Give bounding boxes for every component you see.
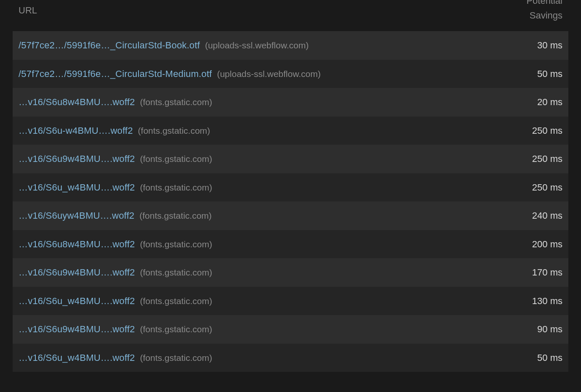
url-cell: …v16/S6u_w4BMU….woff2 (fonts.gstatic.com… xyxy=(19,182,212,193)
url-path-link[interactable]: …v16/S6u8w4BMU….woff2 xyxy=(19,97,135,108)
savings-value: 20 ms xyxy=(537,97,562,108)
url-cell: /57f7ce2…/5991f6e…_CircularStd-Medium.ot… xyxy=(19,69,321,79)
savings-value: 50 ms xyxy=(537,69,562,79)
table-row[interactable]: /57f7ce2…/5991f6e…_CircularStd-Book.otf … xyxy=(13,31,568,60)
savings-value: 130 ms xyxy=(532,296,562,307)
url-path-link[interactable]: …v16/S6uyw4BMU….woff2 xyxy=(19,210,134,221)
url-host-label: (fonts.gstatic.com) xyxy=(140,154,212,164)
url-cell: …v16/S6u8w4BMU….woff2 (fonts.gstatic.com… xyxy=(19,239,212,250)
url-path-link[interactable]: …v16/S6u9w4BMU….woff2 xyxy=(19,154,135,164)
url-path-link[interactable]: …v16/S6u_w4BMU….woff2 xyxy=(19,182,135,193)
url-path-link[interactable]: …v16/S6u_w4BMU….woff2 xyxy=(19,296,135,307)
table-row[interactable]: …v16/S6uyw4BMU….woff2 (fonts.gstatic.com… xyxy=(13,201,568,230)
url-host-label: (fonts.gstatic.com) xyxy=(140,296,212,306)
url-cell: …v16/S6u_w4BMU….woff2 (fonts.gstatic.com… xyxy=(19,296,212,307)
column-header-savings[interactable]: Potential Savings xyxy=(526,0,562,23)
url-path-link[interactable]: …v16/S6u8w4BMU….woff2 xyxy=(19,239,135,250)
table-row[interactable]: …v16/S6u8w4BMU….woff2 (fonts.gstatic.com… xyxy=(13,230,568,259)
table-body: /57f7ce2…/5991f6e…_CircularStd-Book.otf … xyxy=(13,31,568,372)
url-path-link[interactable]: …v16/S6u9w4BMU….woff2 xyxy=(19,267,135,278)
url-cell: /57f7ce2…/5991f6e…_CircularStd-Book.otf … xyxy=(19,40,309,51)
url-host-label: (fonts.gstatic.com) xyxy=(139,211,212,221)
url-host-label: (fonts.gstatic.com) xyxy=(138,126,211,136)
url-host-label: (fonts.gstatic.com) xyxy=(140,183,212,193)
savings-value: 200 ms xyxy=(532,239,562,250)
url-path-link[interactable]: …v16/S6u-w4BMU….woff2 xyxy=(19,125,133,136)
url-path-link[interactable]: /57f7ce2…/5991f6e…_CircularStd-Medium.ot… xyxy=(19,69,212,79)
url-host-label: (fonts.gstatic.com) xyxy=(140,239,212,249)
url-cell: …v16/S6uyw4BMU….woff2 (fonts.gstatic.com… xyxy=(19,210,212,221)
table-row[interactable]: …v16/S6u_w4BMU….woff2 (fonts.gstatic.com… xyxy=(13,173,568,202)
url-host-label: (fonts.gstatic.com) xyxy=(140,353,212,363)
url-cell: …v16/S6u_w4BMU….woff2 (fonts.gstatic.com… xyxy=(19,352,212,363)
url-host-label: (uploads-ssl.webflow.com) xyxy=(217,69,320,79)
url-host-label: (uploads-ssl.webflow.com) xyxy=(205,40,309,50)
savings-value: 90 ms xyxy=(537,324,562,335)
table-row[interactable]: …v16/S6u-w4BMU….woff2 (fonts.gstatic.com… xyxy=(13,117,568,145)
url-host-label: (fonts.gstatic.com) xyxy=(140,97,212,107)
url-cell: …v16/S6u9w4BMU….woff2 (fonts.gstatic.com… xyxy=(19,267,212,278)
savings-value: 30 ms xyxy=(537,40,562,51)
savings-value: 250 ms xyxy=(532,154,562,164)
url-path-link[interactable]: …v16/S6u_w4BMU….woff2 xyxy=(19,352,135,363)
savings-value: 50 ms xyxy=(537,352,562,363)
url-cell: …v16/S6u-w4BMU….woff2 (fonts.gstatic.com… xyxy=(19,125,210,136)
savings-value: 170 ms xyxy=(532,267,562,278)
table-row[interactable]: …v16/S6u9w4BMU….woff2 (fonts.gstatic.com… xyxy=(13,315,568,344)
url-cell: …v16/S6u9w4BMU….woff2 (fonts.gstatic.com… xyxy=(19,324,212,335)
url-host-label: (fonts.gstatic.com) xyxy=(140,324,212,334)
url-cell: …v16/S6u8w4BMU….woff2 (fonts.gstatic.com… xyxy=(19,97,212,108)
table-header: URL Potential Savings xyxy=(13,0,568,31)
table-row[interactable]: /57f7ce2…/5991f6e…_CircularStd-Medium.ot… xyxy=(13,60,568,88)
url-path-link[interactable]: /57f7ce2…/5991f6e…_CircularStd-Book.otf xyxy=(19,40,200,51)
table-row[interactable]: …v16/S6u_w4BMU….woff2 (fonts.gstatic.com… xyxy=(13,344,568,372)
savings-value: 240 ms xyxy=(532,210,562,221)
url-path-link[interactable]: …v16/S6u9w4BMU….woff2 xyxy=(19,324,135,335)
savings-value: 250 ms xyxy=(532,125,562,136)
column-header-savings-line2: Savings xyxy=(526,8,562,23)
table-row[interactable]: …v16/S6u9w4BMU….woff2 (fonts.gstatic.com… xyxy=(13,258,568,287)
url-host-label: (fonts.gstatic.com) xyxy=(140,268,212,278)
table-row[interactable]: …v16/S6u8w4BMU….woff2 (fonts.gstatic.com… xyxy=(13,88,568,117)
url-cell: …v16/S6u9w4BMU….woff2 (fonts.gstatic.com… xyxy=(19,154,212,164)
savings-value: 250 ms xyxy=(532,182,562,193)
table-row[interactable]: …v16/S6u_w4BMU….woff2 (fonts.gstatic.com… xyxy=(13,287,568,315)
table-row[interactable]: …v16/S6u9w4BMU….woff2 (fonts.gstatic.com… xyxy=(13,145,568,173)
column-header-savings-line1: Potential xyxy=(526,0,562,8)
column-header-url[interactable]: URL xyxy=(19,0,37,16)
